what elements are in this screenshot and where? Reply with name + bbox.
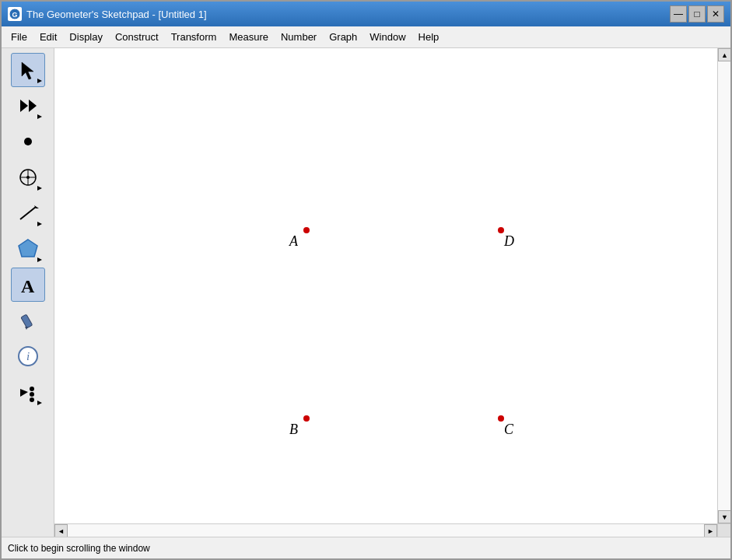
- point-dot-C: [498, 415, 504, 422]
- scroll-right-button[interactable]: ►: [704, 524, 717, 537]
- svg-point-24: [30, 387, 34, 391]
- close-button[interactable]: ✕: [707, 5, 724, 23]
- menu-transform[interactable]: Transform: [165, 28, 223, 46]
- point-dot-A: [303, 227, 310, 233]
- point-label-A: A: [289, 233, 298, 250]
- line-tool-button[interactable]: [11, 196, 45, 230]
- menu-measure[interactable]: Measure: [222, 28, 275, 46]
- point-label-C: C: [504, 422, 513, 438]
- svg-marker-15: [37, 222, 42, 226]
- svg-marker-23: [20, 389, 28, 397]
- title-bar: G The Geometer's Sketchpad - [Untitled 1…: [2, 2, 730, 26]
- point-tool-button[interactable]: [11, 124, 45, 159]
- menu-construct[interactable]: Construct: [109, 28, 165, 46]
- svg-marker-20: [25, 327, 28, 330]
- scroll-y-track[interactable]: [718, 61, 730, 510]
- svg-line-13: [20, 207, 36, 219]
- svg-marker-3: [37, 79, 42, 83]
- text-tool-button[interactable]: A: [11, 268, 45, 302]
- menu-edit[interactable]: Edit: [33, 28, 63, 46]
- horizontal-scrollbar[interactable]: ◄ ►: [54, 523, 717, 537]
- select-tool-button[interactable]: [11, 53, 45, 87]
- drawing-canvas[interactable]: ADBC: [54, 48, 717, 523]
- maximize-button[interactable]: □: [688, 5, 706, 23]
- svg-marker-2: [22, 62, 33, 79]
- arrow-right-tool-button[interactable]: [11, 89, 45, 123]
- main-window: G The Geometer's Sketchpad - [Untitled 1…: [0, 0, 732, 560]
- menu-bar: File Edit Display Construct Transform Me…: [2, 26, 730, 48]
- menu-window[interactable]: Window: [363, 28, 412, 46]
- svg-text:G: G: [12, 11, 17, 19]
- svg-marker-17: [37, 257, 42, 262]
- svg-point-11: [26, 176, 30, 179]
- scroll-x-track[interactable]: [68, 524, 704, 537]
- minimize-button[interactable]: —: [670, 5, 687, 23]
- svg-point-26: [30, 397, 34, 402]
- menu-graph[interactable]: Graph: [323, 28, 363, 46]
- svg-text:i: i: [26, 350, 29, 362]
- canvas-container[interactable]: Untitled 1 — 🗗 ✕ ADBC ▲ ▼ ◄ ►: [54, 48, 730, 537]
- main-area: A i: [2, 48, 730, 537]
- custom-tool-button[interactable]: [11, 375, 45, 409]
- svg-marker-5: [29, 100, 37, 112]
- scroll-down-button[interactable]: ▼: [718, 510, 730, 523]
- polygon-tool-button[interactable]: [11, 232, 45, 266]
- point-dot-D: [498, 227, 504, 233]
- scroll-up-button[interactable]: ▲: [718, 48, 730, 61]
- svg-marker-6: [37, 114, 42, 119]
- svg-marker-12: [37, 186, 42, 191]
- menu-file[interactable]: File: [5, 28, 33, 46]
- svg-point-8: [20, 170, 36, 185]
- svg-marker-4: [20, 100, 28, 112]
- svg-point-21: [19, 347, 37, 366]
- window-title: The Geometer's Sketchpad - [Untitled 1]: [26, 9, 670, 20]
- menu-number[interactable]: Number: [275, 28, 323, 46]
- svg-point-25: [30, 392, 34, 397]
- point-label-D: D: [504, 233, 514, 250]
- svg-rect-19: [20, 314, 32, 328]
- app-icon: G: [8, 7, 22, 21]
- info-tool-button[interactable]: i: [11, 339, 45, 373]
- svg-point-7: [24, 138, 32, 145]
- compass-tool-button[interactable]: [11, 160, 45, 194]
- menu-help[interactable]: Help: [412, 28, 446, 46]
- toolbar: A i: [2, 48, 54, 537]
- marker-tool-button[interactable]: [11, 303, 45, 338]
- window-controls: — □ ✕: [670, 5, 724, 23]
- svg-text:A: A: [21, 276, 35, 296]
- svg-marker-16: [19, 240, 37, 257]
- point-dot-B: [303, 415, 310, 422]
- svg-marker-27: [37, 401, 42, 405]
- scroll-left-button[interactable]: ◄: [54, 524, 68, 537]
- point-label-B: B: [289, 422, 298, 438]
- vertical-scrollbar[interactable]: ▲ ▼: [717, 48, 730, 523]
- menu-display[interactable]: Display: [63, 28, 109, 46]
- status-bar: Click to begin scrolling the window: [2, 537, 730, 558]
- scroll-corner: [717, 523, 730, 537]
- svg-marker-14: [34, 205, 39, 208]
- status-text: Click to begin scrolling the window: [8, 543, 150, 554]
